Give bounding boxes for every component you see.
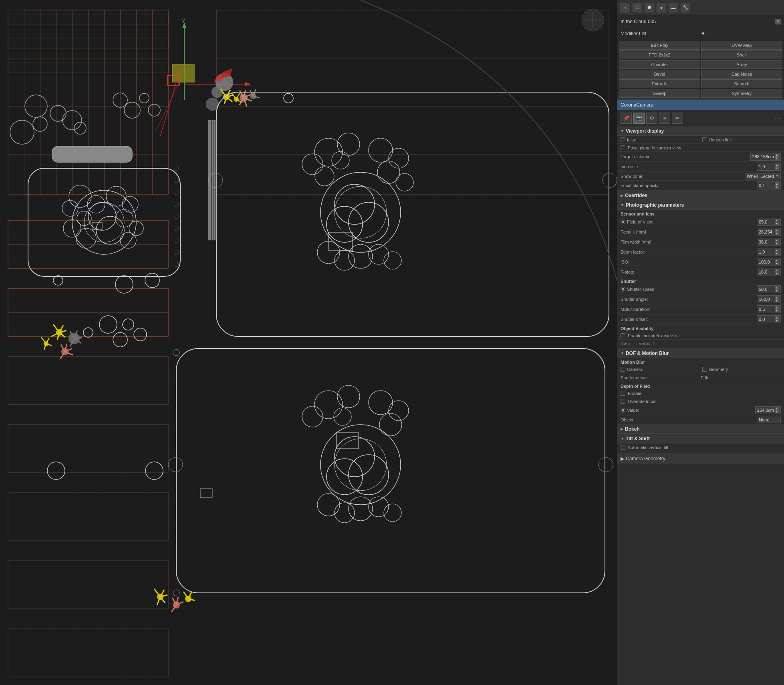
iso-up[interactable]: ▲ (775, 259, 779, 262)
focal-plane-opacity-value[interactable]: 0,1 ▲ ▼ (757, 181, 781, 189)
geometry-mb-checkbox[interactable] (702, 367, 707, 372)
dof-val-down[interactable]: ▼ (775, 410, 779, 413)
icon-size-up[interactable]: ▲ (775, 163, 779, 167)
shutter-offset-down[interactable]: ▼ (775, 319, 779, 322)
mod-symmetry[interactable]: Symmetry (701, 89, 782, 98)
mod-array[interactable]: Array (701, 60, 782, 69)
fov-down[interactable]: ▼ (775, 222, 779, 225)
target-distance-down[interactable]: ▼ (775, 157, 779, 160)
tab-icon-camera[interactable]: 📷 (633, 113, 645, 124)
tab-icon-edit[interactable]: ✏ (672, 113, 683, 124)
focal-up[interactable]: ▲ (775, 229, 779, 232)
mod-ffd[interactable]: FFD 2x2x2 (619, 50, 700, 59)
tilt-shift-header[interactable]: ▼ Tilt & Shift (617, 434, 784, 443)
override-focus-checkbox[interactable] (621, 399, 625, 404)
horizon-line-checkbox[interactable] (702, 137, 707, 142)
mblur-up[interactable]: ▲ (775, 306, 779, 309)
mblur-duration-value[interactable]: 0,5 ▲ ▼ (757, 305, 781, 313)
add-icon[interactable]: + (621, 3, 630, 12)
fov-radio[interactable] (621, 220, 625, 224)
icon-size-row: Icon size: 1,0 ▲ ▼ (617, 162, 784, 172)
mod-extrude[interactable]: Extrude (619, 79, 700, 88)
zoom-up[interactable]: ▲ (775, 249, 779, 252)
tilt-shift-title: Tilt & Shift (626, 436, 650, 441)
camera-geometry-header[interactable]: ▶ Camera Geometry (617, 453, 784, 464)
auto-vertical-tilt-checkbox[interactable] (621, 445, 625, 450)
corona-camera-item[interactable]: CoronaCamera (617, 100, 784, 110)
camera-mb-checkbox[interactable] (621, 367, 625, 372)
panel-content[interactable]: ▼ Viewport display false Horizon line Fo… (617, 126, 784, 685)
focal-opacity-down[interactable]: ▼ (775, 185, 779, 189)
mod-chamfer[interactable]: Chamfer (619, 60, 700, 69)
shutter-angle-value[interactable]: 180,0 ▲ ▼ (757, 295, 781, 303)
shutter-speed-radio[interactable] (621, 287, 625, 292)
target-distance-row: Target distance: 288,168cm ▲ ▼ (617, 152, 784, 162)
viewport-display-header[interactable]: ▼ Viewport display (617, 126, 784, 136)
dof-header[interactable]: ▼ DOF & Motion Blur (617, 349, 784, 358)
sphere-icon[interactable]: ● (657, 3, 666, 12)
icon-size-down[interactable]: ▼ (775, 167, 779, 170)
shutter-speed-up[interactable]: ▲ (775, 286, 779, 289)
shutter-angle-up[interactable]: ▲ (775, 296, 779, 299)
target-distance-up[interactable]: ▲ (775, 153, 779, 157)
photo-params-arrow: ▼ (621, 203, 624, 207)
film-width-up[interactable]: ▲ (775, 239, 779, 242)
wrench-icon[interactable]: 🔧 (681, 3, 690, 12)
mod-cap-holes[interactable]: Cap Holes (701, 70, 782, 79)
film-width-value[interactable]: 36,0 ▲ ▼ (757, 238, 781, 246)
fstop-value[interactable]: 16,0 ▲ ▼ (757, 268, 781, 276)
mod-smooth[interactable]: Smooth (701, 79, 782, 88)
monitor-icon[interactable]: ▬ (669, 3, 678, 12)
fstop-down[interactable]: ▼ (775, 272, 779, 275)
focal-down[interactable]: ▼ (775, 232, 779, 235)
fov-value[interactable]: 65,0 ▲ ▼ (757, 218, 781, 226)
shutter-offset-up[interactable]: ▲ (775, 316, 779, 319)
focal-length-value[interactable]: 28,254 ▲ ▼ (757, 228, 781, 236)
overrides-header[interactable]: ▶ Overrides (617, 191, 784, 200)
viewport[interactable]: y x (0, 0, 617, 685)
shutter-angle-down[interactable]: ▼ (775, 299, 779, 302)
tab-icon-modifier[interactable]: ⚙ (646, 113, 657, 124)
scene-name-dropdown[interactable]: ▼ (775, 19, 781, 24)
surface-icon[interactable]: ⬢ (645, 3, 654, 12)
show-cone-dropdown[interactable]: When ...ected ▼ (745, 173, 781, 179)
dof-value-radio[interactable] (621, 408, 625, 413)
iso-down[interactable]: ▼ (775, 262, 779, 265)
zoom-factor-value[interactable]: 1,0 ▲ ▼ (757, 248, 781, 256)
focal-plane-checkbox[interactable] (621, 145, 625, 150)
shutter-label: Shutter (617, 277, 784, 284)
iso-value[interactable]: 100,0 ▲ ▼ (757, 258, 781, 266)
film-width-down[interactable]: ▼ (775, 242, 779, 245)
fstop-up[interactable]: ▲ (775, 269, 779, 272)
viewport-display-arrow: ▼ (621, 129, 624, 133)
targeted-checkbox[interactable] (621, 137, 625, 142)
scene-name-row: In the Cloud 005 ▼ (617, 15, 784, 28)
modifier-icon[interactable]: ⬡ (633, 3, 642, 12)
mod-shell[interactable]: Shell (701, 50, 782, 59)
enable-include-exclude-checkbox[interactable] (621, 333, 625, 338)
mod-bevel[interactable]: Bevel (619, 70, 700, 79)
mblur-down[interactable]: ▼ (775, 309, 779, 312)
dof-enable-checkbox[interactable] (621, 391, 625, 396)
target-distance-value[interactable]: 288,168cm ▲ ▼ (750, 153, 781, 161)
modifier-buttons: Edit Poly UVW Map FFD 2x2x2 Shell Chamfe… (617, 39, 784, 100)
shutter-speed-value[interactable]: 50,0 ▲ ▼ (757, 285, 781, 293)
dof-val-up[interactable]: ▲ (775, 407, 779, 410)
mod-uvw-map[interactable]: UVW Map (701, 41, 782, 50)
tab-icon-list[interactable]: ≡ (659, 113, 670, 124)
photo-params-header[interactable]: ▼ Photographic parameters (617, 200, 784, 210)
bokeh-header[interactable]: ▶ Bokeh (617, 424, 784, 434)
dof-object-value[interactable]: None (757, 417, 781, 423)
mod-sweep[interactable]: Sweep (619, 89, 700, 98)
focal-opacity-up[interactable]: ▲ (775, 182, 779, 185)
dof-value-value[interactable]: 254,0cm ▲ ▼ (755, 406, 781, 414)
mod-edit-poly[interactable]: Edit Poly (619, 41, 700, 50)
shutter-offset-value[interactable]: 0,0 ▲ ▼ (757, 315, 781, 323)
fov-up[interactable]: ▲ (775, 219, 779, 222)
shutter-curve-edit[interactable]: Edit... (701, 375, 781, 380)
zoom-down[interactable]: ▼ (775, 252, 779, 255)
tab-icon-pin[interactable]: 📌 (621, 113, 632, 124)
shutter-speed-down[interactable]: ▼ (775, 289, 779, 292)
icon-size-value[interactable]: 1,0 ▲ ▼ (757, 163, 781, 171)
modifier-list-arrow[interactable]: ▼ (701, 31, 781, 36)
